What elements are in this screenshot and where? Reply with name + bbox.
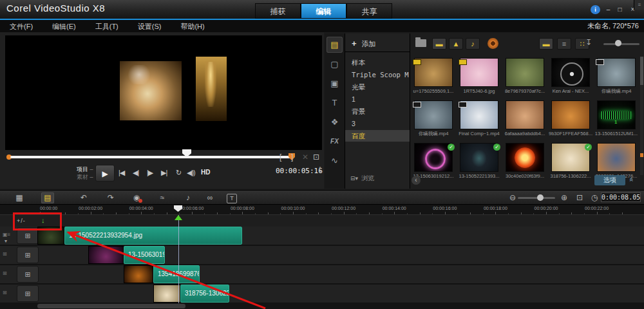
clip-thumbnail[interactable]: [37, 227, 64, 245]
media-item[interactable]: 8e79679370af7c...: [503, 58, 547, 98]
media-item[interactable]: 30c40e020f63f9...: [503, 143, 547, 183]
clip-thumbnail[interactable]: [153, 285, 180, 303]
category-Triple Scoop M...[interactable]: Triple Scoop M...: [345, 69, 410, 80]
media-item[interactable]: ✓13-15052221393...: [457, 143, 501, 183]
tab-共享[interactable]: 共享: [346, 3, 392, 19]
category-样本[interactable]: 样本: [345, 57, 410, 68]
sort-button[interactable]: ↧: [585, 38, 592, 47]
subtitle-editor-button[interactable]: T: [227, 194, 237, 203]
duration-clock-icon[interactable]: ◷: [588, 192, 601, 203]
volume-button[interactable]: ◀)): [187, 169, 195, 177]
zoom-in-button[interactable]: ⊕: [558, 192, 571, 203]
thumbnail-size-slider[interactable]: [603, 43, 639, 45]
chevron-up-icon[interactable]: «: [628, 178, 636, 182]
browse-button[interactable]: ⊟▾浏览: [350, 174, 374, 183]
previous-frame-button[interactable]: ◀|: [133, 169, 138, 177]
media-item[interactable]: 你瞒我瞒.mp4: [594, 58, 638, 98]
timeline-clip[interactable]: 13-150522213932954.jpg: [64, 227, 242, 245]
library-scrollbar[interactable]: [640, 57, 643, 175]
end-button[interactable]: ▶|: [161, 169, 167, 177]
filter-photo-button[interactable]: ▲: [449, 38, 463, 50]
motion-path-icon[interactable]: ∿: [327, 153, 343, 169]
filter-video-button[interactable]: ▬: [432, 38, 446, 50]
track-manager-button[interactable]: +/-: [17, 218, 26, 224]
menu-设置(S)[interactable]: 设置(S): [128, 21, 171, 33]
view-thumbnail-button[interactable]: ▬: [539, 38, 553, 50]
help-icon[interactable]: i: [591, 5, 600, 14]
media-icon[interactable]: ▤: [327, 37, 343, 53]
filter-fx-icon[interactable]: FX: [327, 133, 343, 149]
add-category-button[interactable]: +添加: [352, 39, 376, 49]
horizontal-scrollbar[interactable]: [0, 303, 644, 309]
overlay-track-header[interactable]: ⊞: [17, 266, 39, 283]
category-光晕[interactable]: 光晕: [345, 81, 410, 93]
play-button[interactable]: ▶: [95, 165, 115, 182]
overlay-track-icon[interactable]: ⊞: [3, 290, 7, 295]
playhead-triangle[interactable]: [175, 215, 182, 220]
menu-帮助(H)[interactable]: 帮助(H): [171, 21, 214, 33]
zoom-out-button[interactable]: ⊖: [506, 192, 519, 203]
tab-捕获[interactable]: 捕获: [255, 3, 301, 19]
mode-clip-toggle[interactable]: 素材: [77, 173, 93, 182]
clip-thumbnail[interactable]: [124, 265, 153, 283]
overlay-track-icon[interactable]: ⊞: [3, 270, 7, 276]
timeline-ruler[interactable]: 00:00:0000:00:02:0000:00:04:0000:00:06:0…: [0, 205, 644, 215]
media-item[interactable]: ✓318756-1306222...: [549, 143, 592, 183]
undo-button[interactable]: ↶: [77, 192, 90, 203]
storyboard-view-button[interactable]: ▦: [13, 192, 26, 203]
preview-video[interactable]: [5, 35, 322, 150]
video-track-icon[interactable]: ▣≡: [3, 232, 10, 238]
media-item[interactable]: 1RT5J40-6.jpg: [457, 58, 501, 98]
next-frame-button[interactable]: |▶: [147, 169, 153, 177]
repeat-button[interactable]: ↻: [176, 169, 181, 177]
timeline-duration-display[interactable]: 0:00:08.05: [601, 192, 641, 202]
scrub-bar[interactable]: [10, 156, 291, 158]
hd-toggle[interactable]: HD: [201, 169, 210, 176]
options-button[interactable]: 选项: [594, 175, 625, 185]
media-item[interactable]: Ken Arai - NEX...: [549, 58, 592, 98]
sound-mixer-button[interactable]: ≈: [156, 192, 169, 203]
media-item[interactable]: 13-15061512UM1...: [594, 100, 638, 140]
motion-tracking-button[interactable]: ∞: [204, 192, 216, 203]
enlarge-preview-button[interactable]: ⊡: [313, 153, 319, 162]
category-3[interactable]: 3: [345, 118, 410, 129]
mark-out-button[interactable]: ]: [291, 153, 293, 162]
media-item[interactable]: Final Comp~1.mp4: [457, 100, 501, 140]
collapse-library-button[interactable]: ‹: [412, 176, 421, 185]
clip-thumbnail[interactable]: [88, 246, 124, 264]
timeline-clip[interactable]: 13-150630192: [124, 246, 165, 264]
library-scrollbar-thumb[interactable]: [640, 57, 643, 85]
menu-文件(F)[interactable]: 文件(F): [0, 21, 43, 33]
timeline-zoom-slider[interactable]: [518, 197, 555, 199]
title-icon[interactable]: T: [327, 95, 343, 111]
timeline-zoom-slider-handle[interactable]: [537, 194, 544, 201]
minimize-button[interactable]: –: [603, 5, 613, 14]
category-百度[interactable]: 百度: [345, 130, 410, 142]
preview-timecode[interactable]: 00:00:05:16: [276, 167, 323, 175]
instant-project-icon[interactable]: ▢: [327, 56, 343, 72]
graphic-icon[interactable]: ❖: [327, 114, 343, 130]
overlay-track-icon[interactable]: ⊞: [3, 251, 7, 257]
media-item[interactable]: 9b30F1FFEAF568...: [549, 100, 592, 140]
timeline-clip[interactable]: 135418699876: [153, 265, 200, 283]
playhead-line[interactable]: [178, 215, 179, 303]
category-背景[interactable]: 背景: [345, 106, 410, 117]
ripple-editing-icon[interactable]: ↓: [41, 216, 45, 224]
timeline-clip[interactable]: 318756-1306222: [180, 285, 229, 303]
menu-工具(T)[interactable]: 工具(T): [86, 21, 128, 33]
import-folder-icon[interactable]: [415, 39, 426, 47]
record-capture-option-button[interactable]: ◉: [130, 192, 143, 203]
track-dropdown-icon[interactable]: ▾: [5, 238, 7, 244]
split-clip-button[interactable]: ✕: [302, 153, 308, 162]
fit-timeline-button[interactable]: ⊡: [573, 192, 586, 203]
view-list-button[interactable]: ≡: [557, 38, 571, 50]
media-item[interactable]: 6afaaaa9abddb4...: [503, 100, 547, 140]
timeline-view-button[interactable]: ▤: [41, 192, 54, 203]
disc-icon[interactable]: [488, 38, 498, 49]
mark-in-button[interactable]: [: [279, 153, 281, 162]
restore-button[interactable]: □: [615, 5, 625, 14]
thumbnail-size-slider-handle[interactable]: [615, 40, 621, 46]
horizontal-scrollbar-thumb[interactable]: [37, 304, 185, 308]
timecode-spinner[interactable]: ▲▼: [318, 165, 322, 174]
media-item[interactable]: 你瞒我瞒.mp4: [412, 100, 455, 140]
